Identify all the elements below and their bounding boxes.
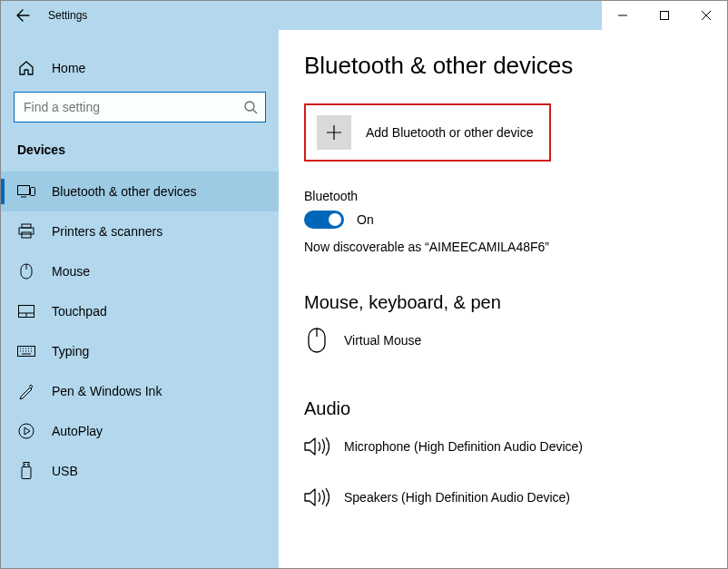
sidebar-item-label: Pen & Windows Ink [52,384,162,398]
home-icon [17,59,35,77]
sidebar-item-usb[interactable]: USB [1,451,279,491]
device-label: Virtual Mouse [344,333,421,348]
minimize-button[interactable] [602,1,644,30]
sidebar-item-typing[interactable]: Typing [1,331,279,371]
device-item-microphone[interactable]: Microphone (High Definition Audio Device… [304,427,702,466]
home-button[interactable]: Home [1,50,279,86]
svg-rect-4 [22,224,31,228]
device-item-speakers[interactable]: Speakers (High Definition Audio Device) [304,477,702,517]
sidebar-item-pen[interactable]: Pen & Windows Ink [1,371,279,411]
svg-rect-6 [22,232,31,238]
pen-icon [17,382,35,400]
autoplay-icon [17,422,35,440]
maximize-button[interactable] [644,1,685,30]
mouse-icon [17,262,35,280]
sidebar-item-label: AutoPlay [52,424,103,438]
home-label: Home [52,61,85,75]
bluetooth-toggle-state: On [357,212,374,227]
touchpad-icon [17,302,35,320]
svg-rect-0 [661,12,669,20]
usb-icon [17,462,35,480]
printer-icon [17,222,35,240]
sidebar-nav: Bluetooth & other devices Printers & sca… [1,172,279,491]
devices-icon [17,182,35,201]
search-icon [243,100,258,114]
sidebar-item-label: USB [52,464,78,478]
group-heading-audio: Audio [304,398,702,419]
titlebar: Settings [1,1,727,30]
device-label: Speakers (High Definition Audio Device) [344,490,570,505]
sidebar-item-label: Typing [52,344,89,358]
add-device-label: Add Bluetooth or other device [366,125,533,140]
sidebar-item-autoplay[interactable]: AutoPlay [1,411,279,451]
settings-window: Settings Home [0,0,728,569]
svg-point-10 [19,424,34,438]
back-button[interactable] [1,1,44,30]
maximize-icon [660,11,669,20]
sidebar-item-mouse[interactable]: Mouse [1,251,279,291]
close-button[interactable] [685,1,727,30]
mouse-icon [304,328,330,353]
svg-rect-11 [24,463,29,467]
add-device-button[interactable]: Add Bluetooth or other device [304,103,551,162]
svg-rect-5 [19,228,34,234]
sidebar-item-touchpad[interactable]: Touchpad [1,291,279,331]
search-input[interactable] [22,99,243,115]
sidebar-item-label: Touchpad [52,304,107,319]
device-label: Microphone (High Definition Audio Device… [344,439,583,454]
speaker-icon [304,434,330,459]
bluetooth-toggle-row: On [304,211,702,229]
svg-rect-3 [31,188,35,196]
sidebar-item-bluetooth[interactable]: Bluetooth & other devices [1,172,279,211]
minimize-icon [618,11,627,20]
discoverable-text: Now discoverable as “AIMEECAMILA48F6” [304,240,702,254]
sidebar-item-label: Mouse [52,264,90,279]
svg-rect-2 [18,186,30,195]
arrow-left-icon [15,8,30,23]
svg-rect-12 [22,467,31,479]
plus-icon [317,115,351,150]
close-icon [702,11,711,20]
group-heading-mouse: Mouse, keyboard, & pen [304,292,702,313]
window-title: Settings [48,9,87,22]
bluetooth-toggle[interactable] [304,211,344,229]
device-item-virtual-mouse[interactable]: Virtual Mouse [304,320,702,360]
svg-point-1 [245,102,254,111]
content-pane: Bluetooth & other devices Add Bluetooth … [279,30,727,568]
page-title: Bluetooth & other devices [304,52,702,80]
search-box[interactable] [14,92,266,123]
sidebar-item-printers[interactable]: Printers & scanners [1,211,279,251]
sidebar-item-label: Bluetooth & other devices [52,184,197,199]
sidebar-section-label: Devices [1,139,279,172]
window-controls [602,1,727,30]
sidebar-item-label: Printers & scanners [52,224,162,239]
sidebar: Home Devices Bluetooth & other devices [1,30,279,568]
bluetooth-heading: Bluetooth [304,189,702,203]
speaker-icon [304,485,330,510]
keyboard-icon [17,342,35,360]
